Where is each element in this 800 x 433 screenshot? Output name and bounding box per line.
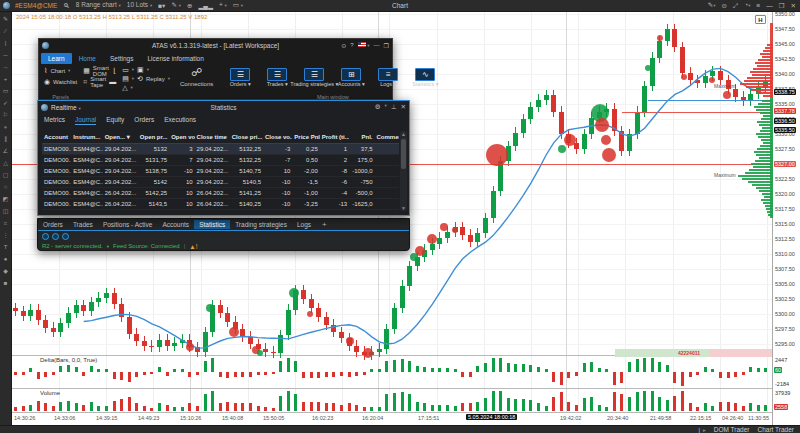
warning-icon[interactable]: ▲!: [189, 243, 197, 250]
connections-button[interactable]: Connections: [180, 81, 213, 87]
minimize-icon[interactable]: —: [374, 42, 380, 48]
horizontal-line-tool-icon[interactable]: ─: [1, 51, 11, 60]
chat-icon[interactable]: ▭ ▾: [232, 0, 244, 11]
table-row[interactable]: DEMO00...ESM4@C...29.04.202...5138,75-10…: [42, 166, 399, 177]
minimize-window-icon[interactable]: —: [765, 1, 774, 11]
table-scrollbar[interactable]: ▲▼: [400, 131, 407, 211]
indicator-icon[interactable]: ▂▄▂: [197, 1, 214, 11]
main-window-titlebar[interactable]: ATAS v6.1.3.319-latest - [Latest Workspa…: [39, 39, 392, 51]
square-tool-icon[interactable]: ▢: [1, 171, 11, 180]
close-icon[interactable]: ✕: [401, 103, 406, 111]
angle-tool-icon[interactable]: ∠: [1, 147, 11, 156]
arrow-tool-icon[interactable]: →: [1, 63, 11, 72]
lots-selector[interactable]: 10 Lots ▾: [126, 0, 153, 11]
layout-icon[interactable]: ≡: [755, 1, 761, 11]
check-tool-icon[interactable]: ✓: [1, 99, 11, 108]
instrument-selector[interactable]: #ESM4@CME: [14, 1, 58, 11]
orders-button[interactable]: ☰Orders ▾: [223, 68, 257, 88]
dock-tab-positions-active[interactable]: Positions - Active: [98, 220, 158, 229]
statistics-button[interactable]: ∿Statistics ▾: [408, 68, 442, 88]
camera-icon[interactable]: ⊙: [721, 1, 728, 11]
diamond-tool-icon[interactable]: ◆: [1, 267, 11, 276]
monitor-icon[interactable]: ■▾: [157, 1, 166, 11]
brush-tool-icon[interactable]: ⁄: [1, 27, 11, 36]
ribbon-tab-learn[interactable]: Learn: [41, 53, 72, 64]
server-status[interactable]: R2 - server connected.: [42, 243, 103, 249]
target-tool-icon[interactable]: ⌖: [1, 123, 11, 132]
column-header[interactable]: Pnl.: [349, 131, 374, 143]
screenshot-icon[interactable]: ⊙: [341, 42, 346, 49]
stats-tab-executions[interactable]: Executions: [164, 115, 196, 124]
vertical-line-tool-icon[interactable]: |: [1, 39, 11, 48]
settings-gear-icon[interactable]: ⚙: [375, 103, 381, 111]
pencil-icon[interactable]: ✎ ▾: [170, 0, 182, 11]
add-icon[interactable]: + ▾: [218, 0, 228, 11]
column-header[interactable]: Comment: [375, 131, 399, 143]
column-header[interactable]: Open pr...: [138, 131, 169, 143]
watchlist-button[interactable]: Watchlist: [53, 79, 77, 85]
ribbon-tab-home[interactable]: Home: [72, 53, 103, 64]
profile-tool-icon[interactable]: ◩: [1, 195, 11, 204]
stats-tab-metrics[interactable]: Metrics: [44, 115, 65, 124]
table-row[interactable]: DEMO00...ESM4@C...26.04.202...5143,51026…: [42, 199, 399, 210]
table-row[interactable]: DEMO00...ESM4@C...26.04.202...5142,25102…: [42, 188, 399, 199]
grid-tool-icon[interactable]: ⌗: [1, 219, 11, 228]
hotkey-button[interactable]: H: [755, 15, 766, 24]
dock-tab-statistics[interactable]: Statistics: [194, 220, 230, 229]
restore-window-icon[interactable]: ❐: [778, 1, 786, 11]
dock-tab-logs[interactable]: Logs: [292, 220, 316, 229]
trades-button[interactable]: ☰Trades ▾: [260, 68, 294, 88]
chat-panel-icon[interactable]: ▭: [122, 66, 129, 74]
chart-trader-button[interactable]: Chart Trader: [758, 426, 795, 433]
close-window-icon[interactable]: ✕: [790, 1, 797, 11]
help-icon[interactable]: ?: [350, 42, 353, 48]
table-row[interactable]: DEMO00...ESM4@C...29.04.202...5131,75729…: [42, 155, 399, 166]
connection-icon[interactable]: [52, 233, 59, 240]
chart-button[interactable]: Chart: [50, 68, 65, 74]
column-header[interactable]: Close time: [195, 131, 230, 143]
stats-tab-orders[interactable]: Orders: [134, 115, 154, 124]
trading-strategies-button[interactable]: ☰Trading strategies ▾: [297, 68, 331, 88]
column-header[interactable]: Open vo...: [169, 131, 194, 143]
column-header[interactable]: Price Pnl.: [292, 131, 319, 143]
filled-square-tool-icon[interactable]: ■: [1, 279, 11, 288]
stats-tab-journal[interactable]: Journal: [75, 115, 96, 125]
dot-tool-icon[interactable]: ●: [1, 255, 11, 264]
draw-icon[interactable]: ✎▾: [707, 0, 717, 11]
language-flag-icon[interactable]: ▾: [358, 42, 370, 48]
restore-icon[interactable]: ❐: [384, 42, 389, 49]
parallel-tool-icon[interactable]: ∥: [1, 135, 11, 144]
replay-icon[interactable]: ⟲: [137, 75, 143, 83]
add-dock-tab-button[interactable]: +: [316, 220, 333, 229]
theme-icon[interactable]: ◔▾: [743, 0, 751, 11]
zoom-in-icon[interactable]: ⊕: [186, 1, 193, 11]
table-row[interactable]: DEMO00...ESM4@C...29.04.202...51421029.0…: [42, 177, 399, 188]
panel-toggle-icon[interactable]: ❙ ▸: [697, 427, 706, 433]
circle-tool-icon[interactable]: ○: [1, 183, 11, 192]
text-tool-icon[interactable]: T: [1, 243, 11, 252]
chart-type-selector[interactable]: 8 Range chart ▾: [75, 0, 122, 11]
replay-button[interactable]: Replay: [146, 76, 165, 82]
ribbon-tab-settings[interactable]: Settings: [103, 53, 141, 64]
monitor-panel-icon[interactable]: ▣: [137, 66, 144, 74]
cross-tool-icon[interactable]: +: [1, 75, 11, 84]
dom-trader-button[interactable]: DOM Trader: [714, 426, 750, 433]
rectangle-small-tool-icon[interactable]: ▭: [1, 87, 11, 96]
column-header[interactable]: Close vo...: [263, 131, 292, 143]
bars-tool-icon[interactable]: ◫: [1, 207, 11, 216]
connection-icon[interactable]: [62, 233, 69, 240]
dock-tab-accounts[interactable]: Accounts: [157, 220, 194, 229]
calendar-panel-icon[interactable]: ▤: [122, 75, 129, 83]
flag-tool-icon[interactable]: ⚐: [1, 111, 11, 120]
expand-icon[interactable]: ⤢: [732, 1, 739, 11]
stats-tab-equity[interactable]: Equity: [106, 115, 124, 124]
column-header[interactable]: Instrum...: [71, 131, 102, 143]
smart-tape-button[interactable]: Smart Tape: [90, 76, 106, 88]
statistics-titlebar[interactable]: Realtime ▾ Statistics ⚙▾ ⊥ ✕: [38, 101, 409, 113]
pencil-tool-icon[interactable]: ✎: [1, 15, 11, 24]
dock-tab-trading-strategies[interactable]: Trading strategies: [230, 220, 292, 229]
pin-icon[interactable]: ⊥: [391, 103, 397, 111]
column-header[interactable]: Open... ▾: [103, 131, 138, 143]
dock-tab-orders[interactable]: Orders: [38, 220, 68, 229]
logs-button[interactable]: ≡Logs ▾: [371, 68, 405, 88]
